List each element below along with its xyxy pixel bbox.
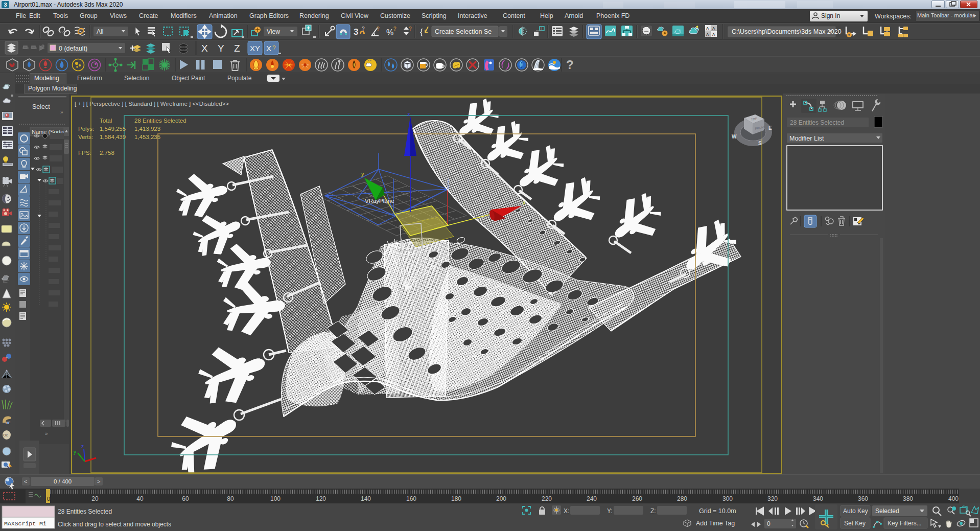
svg-text:400: 400 bbox=[948, 495, 959, 502]
svg-text:y: y bbox=[74, 449, 76, 455]
svg-text:>: > bbox=[97, 478, 100, 484]
svg-text:340: 340 bbox=[813, 495, 823, 502]
svg-text:Auto Key: Auto Key bbox=[843, 507, 868, 515]
svg-text:280: 280 bbox=[677, 495, 687, 502]
svg-text:FPS:: FPS: bbox=[78, 150, 91, 156]
svg-text:?: ? bbox=[272, 44, 276, 52]
svg-text:3: 3 bbox=[354, 27, 358, 37]
svg-text:1,413,923: 1,413,923 bbox=[134, 126, 160, 132]
svg-text:1,584,439: 1,584,439 bbox=[100, 134, 126, 140]
svg-text:Polys:: Polys: bbox=[78, 126, 94, 132]
svg-text:»: » bbox=[60, 109, 63, 115]
svg-text:380: 380 bbox=[903, 495, 913, 502]
svg-text:[ + ] [ Perspective ] [ Standa: [ + ] [ Perspective ] [ Standard ] [ Wir… bbox=[75, 101, 229, 107]
svg-text:Total: Total bbox=[100, 118, 112, 124]
svg-text:VRayPlane: VRayPlane bbox=[365, 198, 394, 204]
svg-text:W: W bbox=[732, 134, 737, 140]
svg-text:0: 0 bbox=[47, 496, 50, 502]
svg-text:%: % bbox=[386, 28, 393, 37]
svg-text:Grid = 10.0m: Grid = 10.0m bbox=[699, 507, 736, 515]
svg-text:?: ? bbox=[409, 26, 412, 32]
svg-text:260: 260 bbox=[632, 495, 642, 502]
svg-text:x: x bbox=[523, 199, 526, 205]
svg-text:?: ? bbox=[377, 26, 380, 32]
svg-text:3: 3 bbox=[4, 2, 7, 8]
svg-text:MAXScript Mi: MAXScript Mi bbox=[4, 520, 46, 527]
svg-text:0 (default): 0 (default) bbox=[59, 45, 87, 52]
svg-text:Selected: Selected bbox=[875, 507, 899, 515]
svg-text:1,549,255: 1,549,255 bbox=[100, 126, 126, 132]
svg-text:Ox: Ox bbox=[3, 433, 8, 437]
svg-text:A: A bbox=[706, 32, 709, 37]
svg-text:360: 360 bbox=[858, 495, 868, 502]
svg-text:Y:: Y: bbox=[607, 507, 613, 515]
svg-text:28 Entities Selected: 28 Entities Selected bbox=[134, 118, 186, 124]
svg-text:28 Entities Selected: 28 Entities Selected bbox=[790, 119, 844, 126]
svg-text:Set Key: Set Key bbox=[844, 520, 866, 527]
svg-text:Modifier List: Modifier List bbox=[789, 135, 824, 142]
svg-text:20: 20 bbox=[91, 495, 99, 502]
svg-text:100: 100 bbox=[270, 495, 281, 502]
svg-text:y: y bbox=[361, 171, 364, 177]
svg-text:40: 40 bbox=[136, 495, 144, 502]
svg-text:XY: XY bbox=[250, 44, 260, 53]
svg-text:0: 0 bbox=[767, 520, 771, 527]
svg-text:Z: Z bbox=[234, 43, 240, 54]
svg-text:E: E bbox=[768, 125, 772, 131]
svg-text:HF: HF bbox=[6, 421, 11, 425]
svg-text:»: » bbox=[45, 431, 48, 436]
svg-text:<: < bbox=[24, 478, 27, 484]
svg-text:z: z bbox=[407, 111, 410, 117]
svg-text:Key Filters...: Key Filters... bbox=[888, 520, 922, 527]
svg-text:?: ? bbox=[362, 26, 365, 32]
svg-text:60: 60 bbox=[182, 495, 189, 502]
svg-text:Add Time Tag: Add Time Tag bbox=[696, 520, 735, 527]
svg-text:0 / 400: 0 / 400 bbox=[54, 478, 72, 484]
svg-text:160: 160 bbox=[406, 495, 416, 502]
svg-text:X: X bbox=[266, 44, 271, 53]
svg-text:X:: X: bbox=[564, 507, 569, 515]
svg-text:{: { bbox=[420, 27, 423, 37]
svg-text:220: 220 bbox=[542, 495, 552, 502]
svg-text:C:\Users\hp\Documents\3ds Max: C:\Users\hp\Documents\3ds Max 2020 bbox=[732, 28, 842, 35]
svg-text:Create Selection Se: Create Selection Se bbox=[435, 28, 492, 35]
svg-text:Verts:: Verts: bbox=[78, 134, 93, 140]
svg-text:200: 200 bbox=[496, 495, 506, 502]
svg-text:2.758: 2.758 bbox=[100, 150, 114, 156]
svg-text:140: 140 bbox=[361, 495, 371, 502]
svg-text:z: z bbox=[81, 444, 84, 449]
svg-text:View: View bbox=[267, 28, 280, 35]
svg-text:240: 240 bbox=[587, 495, 597, 502]
svg-text:?: ? bbox=[393, 26, 396, 32]
svg-text:Z:: Z: bbox=[650, 507, 656, 515]
svg-text:A: A bbox=[712, 32, 715, 37]
svg-text:Y: Y bbox=[218, 43, 224, 54]
svg-text:Click and drag to select and m: Click and drag to select and move object… bbox=[58, 521, 171, 528]
svg-text:80: 80 bbox=[227, 495, 234, 502]
svg-text:28 Entities Selected: 28 Entities Selected bbox=[58, 508, 112, 515]
svg-text:Select: Select bbox=[32, 103, 50, 110]
svg-text:All: All bbox=[97, 28, 103, 35]
svg-text:120: 120 bbox=[316, 495, 326, 502]
svg-text:?: ? bbox=[566, 58, 574, 72]
svg-text:S: S bbox=[758, 141, 762, 146]
svg-text:300: 300 bbox=[722, 495, 733, 502]
svg-text:A: A bbox=[706, 26, 709, 31]
svg-text:320: 320 bbox=[767, 495, 778, 502]
svg-text:180: 180 bbox=[451, 495, 461, 502]
svg-text:A: A bbox=[712, 26, 715, 31]
svg-text:1,453,235: 1,453,235 bbox=[134, 134, 160, 140]
svg-text:X: X bbox=[201, 43, 208, 54]
